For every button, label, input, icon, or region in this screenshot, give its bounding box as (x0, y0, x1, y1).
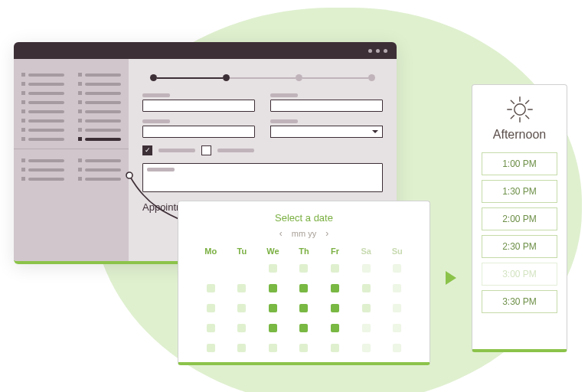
calendar-day[interactable] (257, 300, 289, 315)
calendar-prev[interactable]: ‹ (279, 228, 283, 239)
window-dot (376, 49, 380, 53)
step-dot[interactable] (150, 74, 157, 81)
calendar-nav: ‹ mm yy › (195, 228, 413, 239)
stepper (142, 71, 383, 86)
calendar-day[interactable] (351, 320, 382, 335)
calendar-day[interactable] (381, 300, 413, 315)
checkbox[interactable] (201, 145, 211, 155)
calendar-day-header: Su (381, 247, 413, 256)
calendar-day-header: Th (289, 247, 320, 256)
sidebar-row[interactable] (21, 91, 121, 95)
calendar-day-header: We (257, 247, 289, 256)
calendar-day[interactable] (319, 300, 351, 315)
calendar-day (227, 260, 258, 276)
calendar-day[interactable] (289, 320, 320, 335)
calendar-day[interactable] (319, 280, 351, 296)
sidebar-row[interactable] (21, 119, 121, 122)
step-dot[interactable] (368, 74, 375, 81)
calendar-day[interactable] (195, 340, 227, 355)
text-input[interactable] (142, 126, 255, 138)
step-dot[interactable] (223, 74, 230, 81)
calendar-day-header: Mo (195, 247, 227, 256)
calendar-day[interactable] (227, 300, 258, 315)
calendar-day[interactable] (319, 320, 351, 335)
field-label (270, 119, 298, 123)
time-picker: Afternoon 1:00 PM1:30 PM2:00 PM2:30 PM3:… (472, 84, 567, 352)
calendar-day-header: Fr (319, 247, 351, 256)
calendar-day[interactable] (195, 300, 227, 315)
calendar-day[interactable] (257, 340, 289, 355)
calendar-next[interactable]: › (325, 228, 328, 239)
sidebar (14, 59, 129, 261)
sidebar-row[interactable] (21, 177, 121, 181)
check-icon: ✓ (145, 147, 151, 154)
calendar-day[interactable] (381, 340, 413, 355)
date-picker: Select a date ‹ mm yy › MoTuWeThFrSaSu (178, 201, 430, 365)
calendar-day[interactable] (257, 260, 289, 276)
window-dot (368, 49, 372, 53)
calendar-day-header: Sa (351, 247, 382, 256)
calendar-grid: MoTuWeThFrSaSu (195, 247, 413, 355)
calendar-day[interactable] (227, 340, 258, 355)
select-input[interactable] (270, 126, 383, 138)
calendar-day[interactable] (289, 260, 320, 276)
sun-icon (506, 96, 534, 123)
calendar-day[interactable] (195, 280, 227, 296)
calendar-day[interactable] (319, 340, 351, 355)
sidebar-divider (14, 149, 129, 149)
calendar-day[interactable] (351, 260, 382, 276)
calendar-month-label: mm yy (292, 229, 316, 238)
sidebar-row-active[interactable] (21, 137, 121, 141)
sidebar-row[interactable] (21, 158, 121, 162)
calendar-day[interactable] (351, 340, 382, 355)
svg-point-2 (514, 104, 524, 115)
field-label (270, 93, 298, 97)
time-slot[interactable]: 3:30 PM (482, 290, 557, 313)
time-slot: 3:00 PM (482, 263, 557, 286)
field-label (142, 93, 170, 97)
calendar-day[interactable] (289, 300, 320, 315)
sidebar-row[interactable] (21, 128, 121, 132)
calendar-day[interactable] (257, 280, 289, 296)
calendar-day[interactable] (227, 320, 258, 335)
calendar-day[interactable] (351, 280, 382, 296)
calendar-day[interactable] (319, 260, 351, 276)
calendar-title: Select a date (195, 212, 413, 224)
svg-line-9 (511, 116, 514, 119)
sidebar-row[interactable] (21, 109, 121, 113)
textarea-input[interactable] (142, 163, 383, 192)
calendar-day[interactable] (195, 320, 227, 335)
svg-line-7 (511, 100, 514, 103)
calendar-day[interactable] (289, 280, 320, 296)
calendar-day[interactable] (227, 280, 258, 296)
checkbox-label (217, 149, 254, 152)
arrow-right-icon (446, 271, 456, 285)
time-slot[interactable]: 2:00 PM (482, 207, 557, 230)
text-input[interactable] (142, 100, 255, 112)
window-dot (384, 49, 387, 53)
calendar-day-header: Tu (227, 247, 258, 256)
textarea-placeholder-line (147, 168, 175, 172)
time-slot[interactable]: 2:30 PM (482, 235, 557, 258)
calendar-day[interactable] (257, 320, 289, 335)
calendar-day[interactable] (351, 300, 382, 315)
calendar-day[interactable] (289, 340, 320, 355)
calendar-day[interactable] (381, 320, 413, 335)
calendar-day[interactable] (381, 280, 413, 296)
calendar-day[interactable] (381, 260, 413, 276)
time-slot[interactable]: 1:00 PM (482, 152, 557, 175)
sidebar-row[interactable] (21, 168, 121, 172)
sidebar-row[interactable] (21, 100, 121, 104)
browser-titlebar (14, 42, 397, 59)
svg-line-8 (525, 116, 528, 119)
chevron-down-icon (372, 130, 378, 133)
time-heading: Afternoon (493, 128, 546, 142)
step-dot[interactable] (296, 74, 302, 81)
time-slot[interactable]: 1:30 PM (482, 180, 557, 203)
checkbox[interactable]: ✓ (142, 145, 152, 155)
field-label (142, 119, 170, 123)
text-input[interactable] (270, 100, 383, 112)
sidebar-row[interactable] (21, 73, 121, 77)
svg-line-10 (525, 100, 528, 103)
sidebar-row[interactable] (21, 82, 121, 86)
